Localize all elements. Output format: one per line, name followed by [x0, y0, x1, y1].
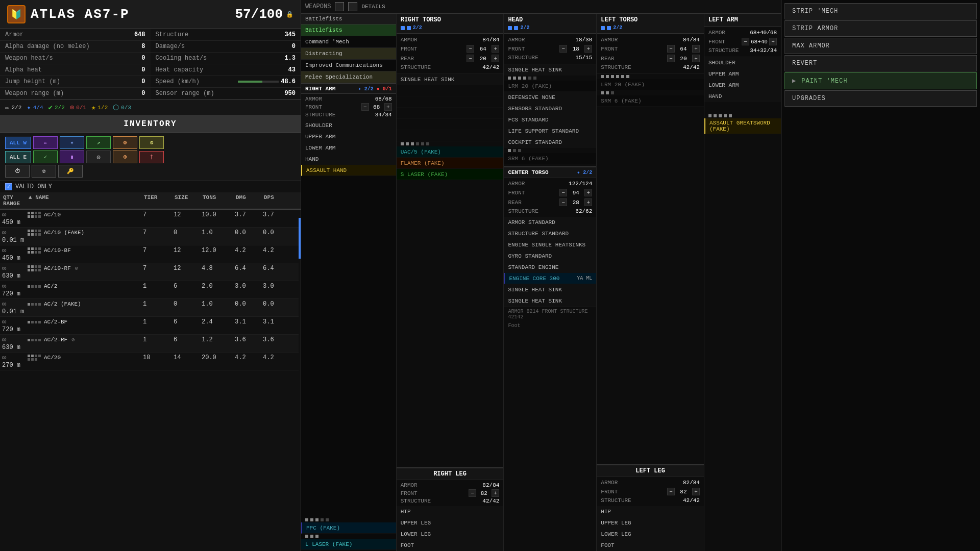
slot-armor-standard-ct[interactable]: ARMOR STANDARD [504, 217, 596, 228]
slot-cockpit-standard-head[interactable]: COCKPIT STANDARD [504, 137, 596, 148]
slot-slaser-fake-rt[interactable]: S LASER (FAKE) [397, 169, 504, 180]
table-row[interactable]: ∞ AC/10 7 12 10.0 3.7 3.7 450 m [0, 210, 301, 228]
table-row[interactable]: ∞ AC/20 10 14 20.0 4.2 4.2 270 m [0, 353, 301, 370]
lt-rear-minus[interactable]: − [667, 55, 675, 62]
ll-front-minus[interactable]: − [667, 488, 675, 495]
table-row[interactable]: ∞ AC/10 (FAKE) 7 0 1.0 0.0 0.0 0.01 m [0, 228, 301, 245]
filter-energy[interactable]: ✦ [60, 136, 84, 149]
filter-equip-red[interactable]: † [139, 151, 164, 163]
slot-srm6-lt[interactable]: SRM 6 (FAKE) [597, 95, 704, 107]
slot-ppc-fake-ra[interactable]: PPC (FAKE) [301, 522, 396, 534]
slot-lower-arm-la[interactable]: LOWER ARM [704, 80, 781, 91]
filter-support[interactable]: ⚙ [139, 136, 164, 149]
filter-equip-purple[interactable]: ▮ [60, 151, 84, 163]
right-arm-front-minus[interactable]: − [361, 103, 369, 111]
ct-front-plus[interactable]: + [584, 189, 592, 196]
bf-item-improved-comms[interactable]: Improved Communications [301, 60, 396, 71]
bf-item-melee-spec[interactable]: Melee Specialization [301, 71, 396, 83]
slot-empty-rt-5[interactable] [397, 130, 504, 141]
slot-structure-standard-ct[interactable]: STRUCTURE STANDARD [504, 228, 596, 239]
slot-hip-ll[interactable]: HIP [597, 506, 704, 517]
slot-life-support-head[interactable]: LIFE SUPPORT STANDARD [504, 126, 596, 137]
details-label[interactable]: DETAILS [361, 4, 385, 10]
slot-empty-rt-3[interactable] [397, 108, 504, 119]
filter-missile[interactable]: ↗ [86, 136, 111, 149]
slot-upper-arm-la[interactable]: UPPER ARM [704, 68, 781, 80]
max-armor-button[interactable]: MAX ARMOR [785, 38, 977, 54]
slot-sensors-standard-head[interactable]: SENSORS STANDARD [504, 103, 596, 114]
filter-equip-teal[interactable]: ◎ [86, 151, 111, 163]
revert-button[interactable]: REVERT [785, 55, 977, 71]
slot-single-hs-ct-2[interactable]: SINGLE HEAT SINK [504, 295, 596, 307]
slot-uac5-fake-rt[interactable]: UAC/5 (FAKE) [397, 146, 504, 158]
slot-engine-core-ct[interactable]: ENGINE CORE 300 YA ML [504, 273, 596, 284]
lt-rear-plus[interactable]: + [692, 55, 700, 62]
slot-engine-hs-ct[interactable]: ENGINE SINGLE HEATSINKS [504, 239, 596, 251]
slot-single-hs-rt[interactable]: SINGLE HEAT SINK [397, 74, 504, 85]
filter-misc-2[interactable]: ☢ [32, 165, 56, 178]
ct-rear-minus[interactable]: − [559, 198, 567, 206]
slot-shoulder-ra[interactable]: SHOULDER [301, 120, 396, 131]
slot-gyro-ct[interactable]: GYRO STANDARD [504, 251, 596, 262]
rl-front-minus[interactable]: − [469, 489, 476, 497]
scrollbar[interactable] [299, 213, 301, 551]
strip-mech-button[interactable]: STRIP 'MECH [785, 3, 977, 19]
rt-front-plus[interactable]: + [492, 45, 499, 53]
filter-all-equip[interactable]: ALL E [5, 151, 31, 163]
slot-fcs-standard-head[interactable]: FCS STANDARD [504, 114, 596, 126]
slot-empty-rt-4[interactable] [397, 119, 504, 130]
slot-lower-arm-ra[interactable]: LOWER ARM [301, 142, 396, 154]
slot-foot-rl[interactable]: FOOT [397, 540, 504, 551]
la-front-plus[interactable]: + [769, 38, 777, 45]
head-front-minus[interactable]: − [559, 45, 567, 53]
ct-front-minus[interactable]: − [559, 189, 567, 196]
filter-equip-orange[interactable]: ⊕ [113, 151, 137, 163]
la-front-minus[interactable]: − [742, 38, 749, 45]
upgrades-button[interactable]: UPGRADES [785, 90, 977, 107]
valid-only-checkbox[interactable]: ✓ [5, 183, 12, 190]
slot-empty-rt-1[interactable] [397, 85, 504, 96]
slot-lower-leg-ll[interactable]: LOWER LEG [597, 529, 704, 540]
lt-front-plus[interactable]: + [692, 45, 700, 53]
table-row[interactable]: ∞ AC/2-RF ⊘ 1 6 1.2 3.6 3.6 630 m [0, 335, 301, 353]
slot-defensive-none-head[interactable]: DEFENSIVE NONE [504, 92, 596, 103]
table-row[interactable]: ∞ AC/10-RF ⊘ 7 12 4.8 6.4 6.4 630 m [0, 263, 301, 281]
slot-assault-hand-ra[interactable]: ASSAULT HAND [301, 165, 396, 176]
table-row[interactable]: ∞ AC/2-BF 1 6 2.4 3.1 3.1 720 m [0, 317, 301, 335]
rl-front-plus[interactable]: + [492, 489, 499, 497]
filter-all-weapons[interactable]: ALL W [5, 137, 31, 149]
slot-shoulder-la[interactable]: SHOULDER [704, 57, 781, 68]
slot-lrm20-lt[interactable]: LRM 20 (FAKE) [597, 79, 704, 90]
table-row[interactable]: ∞ AC/2 (FAKE) 1 0 1.0 0.0 0.0 0.01 m [0, 299, 301, 317]
bf-item-distracting[interactable]: Distracting [301, 48, 396, 60]
slot-l-laser-fake-ra[interactable]: L LASER (FAKE) [301, 539, 396, 550]
slot-upper-leg-rl[interactable]: UPPER LEG [397, 517, 504, 529]
lt-front-minus[interactable]: − [667, 45, 675, 53]
filter-melee[interactable]: ⊗ [113, 136, 137, 149]
filter-misc-3[interactable]: 🔑 [58, 165, 83, 178]
paint-mech-button[interactable]: ▶ PAINT 'MECH [785, 72, 977, 89]
filter-equip-green[interactable]: ✓ [33, 151, 58, 163]
slot-assault-greatsword-la[interactable]: ASSAULT GREATSWORD (FAKE) [704, 118, 781, 134]
rt-rear-plus[interactable]: + [492, 55, 499, 62]
filter-misc-1[interactable]: ⏱ [5, 165, 30, 178]
table-row[interactable]: ∞ AC/2 1 6 2.0 3.0 3.0 720 m [0, 281, 301, 299]
slot-single-hs-ct-1[interactable]: SINGLE HEAT SINK [504, 284, 596, 295]
bf-item-command[interactable]: Command 'Mech [301, 36, 396, 48]
slot-upper-leg-ll[interactable]: UPPER LEG [597, 517, 704, 529]
ll-front-plus[interactable]: + [692, 488, 700, 495]
slot-empty-rt-2[interactable] [397, 96, 504, 108]
slot-lrm20-fake-head[interactable]: LRM 20 (FAKE) [504, 81, 596, 92]
ct-rear-plus[interactable]: + [584, 198, 592, 206]
right-arm-front-plus[interactable]: + [384, 103, 392, 111]
slot-srm6-fake-head[interactable]: SRM 6 (FAKE) [504, 153, 596, 164]
rt-front-minus[interactable]: − [467, 45, 474, 53]
slot-upper-arm-ra[interactable]: UPPER ARM [301, 131, 396, 142]
head-front-plus[interactable]: + [584, 45, 592, 53]
strip-armor-button[interactable]: STRIP ARMOR [785, 20, 977, 37]
bf-item-battlefists[interactable]: Battlefists [301, 24, 396, 36]
slot-std-engine-ct[interactable]: STANDARD ENGINE [504, 262, 596, 273]
slot-single-hs-head[interactable]: SINGLE HEAT SINK [504, 64, 596, 76]
slot-empty-la-1[interactable] [704, 102, 781, 113]
table-row[interactable]: ∞ AC/10-BF 7 12 12.0 4.2 4.2 450 m [0, 245, 301, 263]
